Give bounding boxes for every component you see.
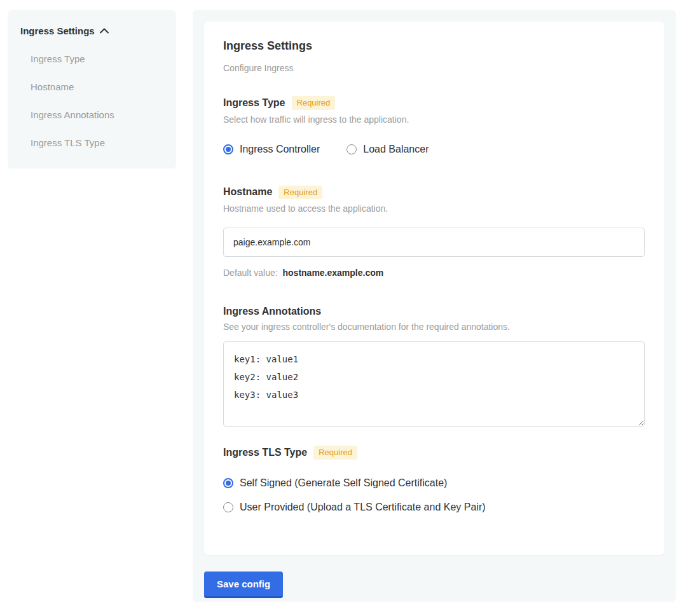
sidebar-item-ingress-type[interactable]: Ingress Type — [20, 53, 163, 64]
section-ingress-tls-type: Ingress TLS Type Required Self Signed (G… — [223, 446, 645, 513]
hostname-title: Hostname — [223, 186, 272, 198]
save-config-button[interactable]: Save config — [204, 572, 283, 598]
required-badge: Required — [278, 186, 322, 200]
config-main-panel: Ingress Settings Configure Ingress Ingre… — [193, 10, 676, 602]
sidebar-item-list: Ingress Type Hostname Ingress Annotation… — [20, 53, 163, 148]
annotations-title: Ingress Annotations — [223, 306, 321, 317]
radio-icon — [346, 144, 357, 154]
sidebar-group-ingress-settings[interactable]: Ingress Settings — [20, 25, 163, 36]
radio-label: Self Signed (Generate Self Signed Certif… — [240, 477, 447, 489]
ingress-type-title: Ingress Type — [223, 97, 285, 109]
radio-label: Ingress Controller — [240, 144, 320, 155]
radio-icon — [223, 478, 233, 488]
radio-ingress-controller[interactable]: Ingress Controller — [223, 144, 320, 155]
chevron-up-icon — [100, 28, 109, 34]
section-ingress-type: Ingress Type Required Select how traffic… — [223, 96, 645, 155]
default-value-prefix: Default value: — [223, 268, 278, 278]
section-heading: Hostname Required — [223, 186, 645, 200]
radio-label: Load Balancer — [363, 144, 429, 155]
ingress-settings-card: Ingress Settings Configure Ingress Ingre… — [204, 22, 664, 555]
radio-load-balancer[interactable]: Load Balancer — [346, 144, 429, 155]
ingress-type-options: Ingress Controller Load Balancer — [223, 144, 645, 155]
annotations-help: See your ingress controller's documentat… — [223, 322, 645, 332]
ingress-type-help: Select how traffic will ingress to the a… — [223, 114, 645, 125]
section-heading: Ingress Annotations — [223, 306, 645, 317]
hostname-input[interactable] — [223, 228, 645, 257]
tls-type-title: Ingress TLS Type — [223, 447, 307, 458]
required-badge: Required — [313, 446, 357, 460]
section-ingress-annotations: Ingress Annotations See your ingress con… — [223, 306, 645, 427]
sidebar-group-title: Ingress Settings — [20, 25, 95, 36]
sidebar-item-ingress-tls-type[interactable]: Ingress TLS Type — [20, 137, 163, 148]
hostname-help: Hostname used to access the application. — [223, 203, 645, 214]
config-page: Ingress Settings Ingress Type Hostname I… — [0, 0, 693, 616]
sidebar-item-ingress-annotations[interactable]: Ingress Annotations — [20, 109, 163, 120]
radio-self-signed[interactable]: Self Signed (Generate Self Signed Certif… — [223, 477, 645, 489]
section-heading: Ingress TLS Type Required — [223, 446, 645, 460]
annotations-textarea[interactable]: key1: value1 key2: value2 key3: value3 — [223, 341, 645, 427]
radio-icon — [223, 144, 233, 154]
config-nav-sidebar: Ingress Settings Ingress Type Hostname I… — [8, 10, 176, 168]
radio-user-provided[interactable]: User Provided (Upload a TLS Certificate … — [223, 502, 645, 513]
radio-icon — [223, 502, 233, 512]
section-hostname: Hostname Required Hostname used to acces… — [223, 186, 645, 278]
section-heading: Ingress Type Required — [223, 96, 645, 110]
card-title: Ingress Settings — [223, 39, 645, 53]
card-subtitle: Configure Ingress — [223, 63, 645, 73]
tls-type-options: Self Signed (Generate Self Signed Certif… — [223, 477, 645, 513]
hostname-default-line: Default value: hostname.example.com — [223, 268, 645, 278]
required-badge: Required — [292, 96, 336, 110]
radio-label: User Provided (Upload a TLS Certificate … — [240, 502, 486, 513]
sidebar-item-hostname[interactable]: Hostname — [20, 81, 163, 92]
default-value: hostname.example.com — [283, 268, 384, 278]
